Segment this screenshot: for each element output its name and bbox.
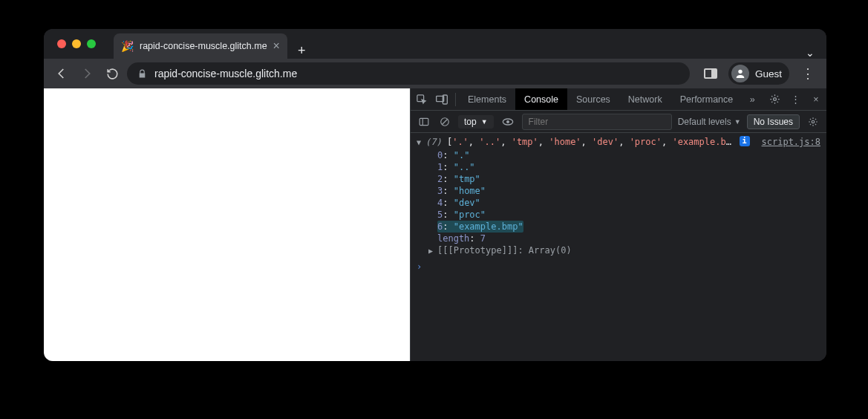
log-levels-selector[interactable]: Default levels ▼ [678,117,741,127]
array-summary: (7) ['.', '..', 'tmp', 'home', 'dev', 'p… [425,136,735,148]
clear-console-icon[interactable] [437,111,452,132]
side-panel-button[interactable] [700,63,721,84]
length-row: length: 7 [437,233,826,244]
live-expression-icon[interactable] [500,111,516,132]
chevron-down-icon: ▼ [734,118,741,126]
console-sidebar-toggle-icon[interactable] [417,111,431,132]
devtools-menu-icon[interactable]: ⋮ [785,88,806,110]
avatar-icon [731,65,749,82]
tab-network[interactable]: Network [619,88,671,110]
console-log-row[interactable]: ▼ (7) ['.', '..', 'tmp', 'home', 'dev', … [411,134,826,149]
fullscreen-window-button[interactable] [87,39,96,48]
expand-icon[interactable]: ▼ [417,137,421,149]
devtools-settings-icon[interactable] [764,88,785,110]
array-entry[interactable]: 4: "dev" [437,197,826,209]
tab-strip: 🎉 rapid-concise-muscle.glitch.me × + ⌄ [44,29,826,59]
page-viewport[interactable] [44,88,410,361]
console-prompt[interactable]: › [411,259,826,274]
back-button[interactable] [51,63,72,84]
profile-button[interactable]: Guest [728,62,789,85]
forward-button[interactable] [76,63,97,84]
svg-point-0 [738,70,742,74]
array-entry[interactable]: 1: ".." [437,161,826,173]
chevron-down-icon: ▼ [481,118,488,126]
array-entry[interactable]: 0: "." [437,149,826,161]
browser-tab[interactable]: 🎉 rapid-concise-muscle.glitch.me × [114,33,287,59]
prototype-row[interactable]: ▶ [[[Prototype]]]: Array(0) [411,244,826,259]
context-selector[interactable]: top ▼ [458,115,494,129]
inspect-element-icon[interactable] [411,88,431,110]
content-area: Elements Console Sources Network Perform… [44,88,826,361]
filter-input[interactable] [522,114,672,130]
svg-rect-5 [420,118,428,125]
issues-button[interactable]: No Issues [747,114,800,129]
tab-sources[interactable]: Sources [567,88,619,110]
close-devtools-icon[interactable]: × [806,88,826,110]
tab-elements[interactable]: Elements [459,88,515,110]
tab-performance[interactable]: Performance [671,88,743,110]
array-entry[interactable]: 6: "example.bmp" [437,221,523,233]
new-tab-button[interactable]: + [287,43,316,59]
browser-window: 🎉 rapid-concise-muscle.glitch.me × + ⌄ r… [44,29,826,361]
address-bar[interactable]: rapid-concise-muscle.glitch.me [127,62,690,85]
tab-favicon: 🎉 [121,40,134,52]
levels-label: Default levels [678,117,731,127]
array-entry[interactable]: 3: "home" [437,185,826,197]
console-settings-icon[interactable] [806,111,820,132]
console-output[interactable]: ▼ (7) ['.', '..', 'tmp', 'home', 'dev', … [411,133,826,361]
tabs-menu-button[interactable]: ⌄ [794,47,826,59]
browser-menu-button[interactable]: ⋮ [797,65,819,82]
source-link[interactable]: script.js:8 [750,136,820,148]
devtools-panel: Elements Console Sources Network Perform… [410,88,826,361]
svg-point-10 [506,120,509,123]
context-label: top [464,117,477,127]
array-entries: 0: "."1: ".."2: "tmp"3: "home"4: "dev"5:… [411,149,826,244]
svg-line-8 [443,119,448,124]
array-entry[interactable]: 5: "proc" [437,209,826,221]
console-toolbar: top ▼ Default levels ▼ No Issues [411,111,826,133]
expand-icon[interactable]: ▶ [428,245,433,257]
tab-title: rapid-concise-muscle.glitch.me [140,41,267,51]
array-entry[interactable]: 2: "tmp" [437,173,826,185]
device-toolbar-icon[interactable] [431,88,452,110]
more-tabs-icon[interactable]: » [742,88,763,110]
svg-point-11 [812,120,815,123]
profile-label: Guest [755,68,782,79]
minimize-window-button[interactable] [72,39,81,48]
lock-icon [137,69,147,79]
devtools-tabstrip: Elements Console Sources Network Perform… [411,88,826,111]
svg-point-4 [773,98,776,101]
toolbar: rapid-concise-muscle.glitch.me Guest ⋮ [44,59,826,88]
close-window-button[interactable] [57,39,66,48]
close-tab-icon[interactable]: × [273,39,280,53]
reload-button[interactable] [102,63,123,84]
tab-console[interactable]: Console [515,88,567,110]
info-badge-icon[interactable]: i [740,136,750,146]
window-controls [53,29,100,59]
url-text: rapid-concise-muscle.glitch.me [154,68,297,79]
